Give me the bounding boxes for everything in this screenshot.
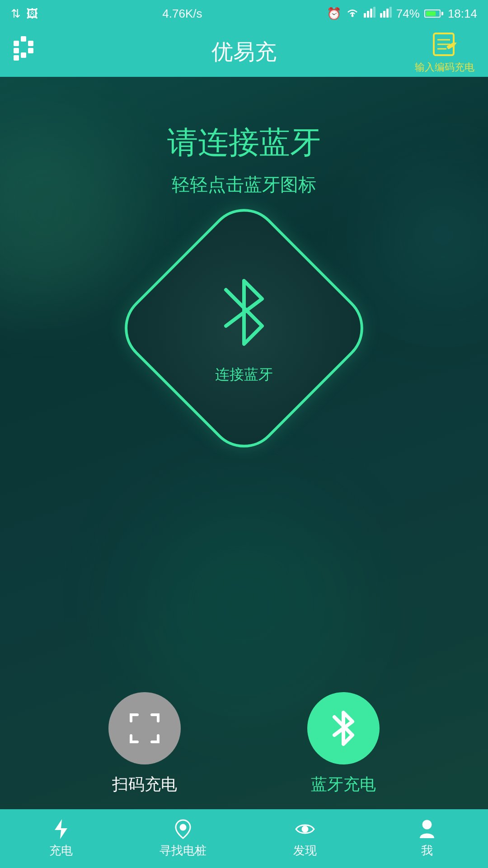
nav-item-discover[interactable]: 发现 bbox=[244, 819, 366, 859]
nav-label-me: 我 bbox=[421, 843, 433, 859]
svg-rect-8 bbox=[389, 7, 392, 18]
signal-icon bbox=[364, 7, 375, 21]
nav-item-me[interactable]: 我 bbox=[366, 819, 488, 859]
bluetooth-action-icon bbox=[325, 708, 361, 749]
bg-decoration-1 bbox=[0, 122, 136, 303]
bg-decoration-3 bbox=[131, 493, 357, 719]
svg-rect-9 bbox=[14, 41, 19, 46]
wifi-icon bbox=[346, 7, 359, 21]
svg-rect-5 bbox=[380, 13, 382, 18]
svg-point-25 bbox=[423, 821, 431, 829]
connect-subtitle: 轻轻点击蓝牙图标 bbox=[172, 172, 316, 197]
bluetooth-inner: 连接蓝牙 bbox=[208, 272, 280, 385]
svg-rect-14 bbox=[28, 48, 33, 53]
edit-icon bbox=[430, 30, 459, 59]
clock-time: 18:14 bbox=[448, 7, 477, 21]
image-icon: 🖼 bbox=[26, 7, 38, 21]
svg-rect-13 bbox=[21, 52, 26, 58]
nav-item-find[interactable]: 寻找电桩 bbox=[122, 819, 244, 859]
status-speed: 4.76K/s bbox=[162, 7, 202, 21]
svg-rect-10 bbox=[21, 36, 26, 42]
lightning-icon bbox=[51, 819, 71, 839]
bluetooth-circle bbox=[307, 692, 380, 764]
bluetooth-button-label: 连接蓝牙 bbox=[215, 365, 273, 385]
svg-rect-2 bbox=[367, 11, 369, 18]
bluetooth-action[interactable]: 蓝牙充电 bbox=[307, 692, 380, 796]
signal2-icon bbox=[380, 7, 392, 21]
charge-icon: ⇅ bbox=[11, 7, 21, 21]
app-header: 优易充 输入编码充电 bbox=[0, 27, 488, 77]
main-content: 请连接蓝牙 轻轻点击蓝牙图标 连接蓝牙 扫码 bbox=[0, 77, 488, 809]
bluetooth-connect-button[interactable]: 连接蓝牙 bbox=[149, 233, 339, 423]
input-code-label: 输入编码充电 bbox=[415, 61, 474, 74]
input-code-button[interactable]: 输入编码充电 bbox=[415, 30, 474, 74]
svg-marker-22 bbox=[55, 819, 67, 839]
battery-percent: 74% bbox=[396, 7, 420, 21]
svg-point-23 bbox=[180, 825, 186, 830]
scan-label: 扫码充电 bbox=[112, 774, 177, 796]
status-bar: ⇅ 🖼 4.76K/s ⏰ bbox=[0, 0, 488, 27]
user-icon bbox=[417, 819, 437, 839]
svg-rect-1 bbox=[364, 13, 366, 18]
app-title: 优易充 bbox=[211, 38, 277, 66]
bluetooth-action-label: 蓝牙充电 bbox=[311, 774, 376, 796]
scan-circle bbox=[108, 692, 181, 764]
eye-icon bbox=[295, 819, 315, 839]
status-right: ⏰ 74% bbox=[327, 7, 477, 21]
bluetooth-diamond: 连接蓝牙 bbox=[110, 194, 378, 462]
svg-point-0 bbox=[351, 14, 353, 17]
svg-rect-3 bbox=[370, 9, 372, 18]
svg-point-24 bbox=[302, 826, 308, 832]
app-logo bbox=[14, 36, 45, 68]
svg-rect-12 bbox=[14, 48, 19, 53]
bottom-nav: 充电 寻找电桩 发现 我 bbox=[0, 809, 488, 868]
status-left: ⇅ 🖼 bbox=[11, 7, 38, 21]
bottom-actions: 扫码充电 蓝牙充电 bbox=[0, 692, 488, 796]
bg-decoration-2 bbox=[375, 167, 488, 303]
battery-icon bbox=[424, 9, 443, 18]
svg-rect-6 bbox=[383, 11, 385, 18]
nav-label-find: 寻找电桩 bbox=[160, 843, 206, 859]
svg-rect-11 bbox=[28, 41, 33, 46]
location-icon bbox=[173, 819, 193, 839]
svg-rect-4 bbox=[373, 7, 375, 18]
bluetooth-icon bbox=[208, 272, 280, 353]
scan-action[interactable]: 扫码充电 bbox=[108, 692, 181, 796]
nav-label-charge: 充电 bbox=[49, 843, 73, 859]
connect-title: 请连接蓝牙 bbox=[167, 122, 321, 163]
svg-rect-7 bbox=[386, 9, 389, 18]
alarm-icon: ⏰ bbox=[327, 7, 341, 21]
nav-label-discover: 发现 bbox=[293, 843, 317, 859]
scan-icon bbox=[127, 710, 163, 746]
svg-rect-15 bbox=[14, 55, 19, 61]
nav-item-charge[interactable]: 充电 bbox=[0, 819, 122, 859]
